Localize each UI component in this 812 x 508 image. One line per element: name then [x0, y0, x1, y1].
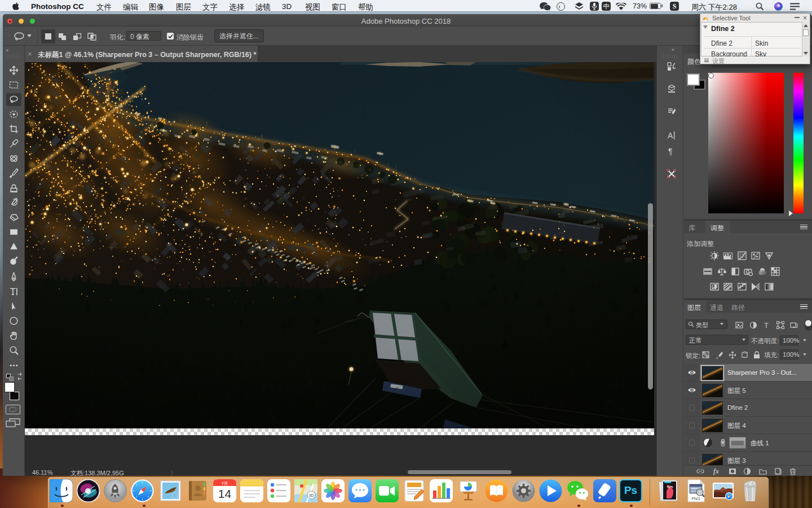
- svg-text:14: 14: [218, 487, 232, 500]
- svg-text:PNG: PNG: [691, 497, 700, 501]
- svg-text:3D: 3D: [309, 493, 314, 497]
- svg-text:A: A: [668, 131, 673, 140]
- svg-text:T: T: [764, 321, 769, 329]
- svg-text:7月: 7月: [222, 481, 228, 486]
- svg-text:fx: fx: [713, 467, 719, 475]
- svg-text:¶: ¶: [668, 147, 673, 156]
